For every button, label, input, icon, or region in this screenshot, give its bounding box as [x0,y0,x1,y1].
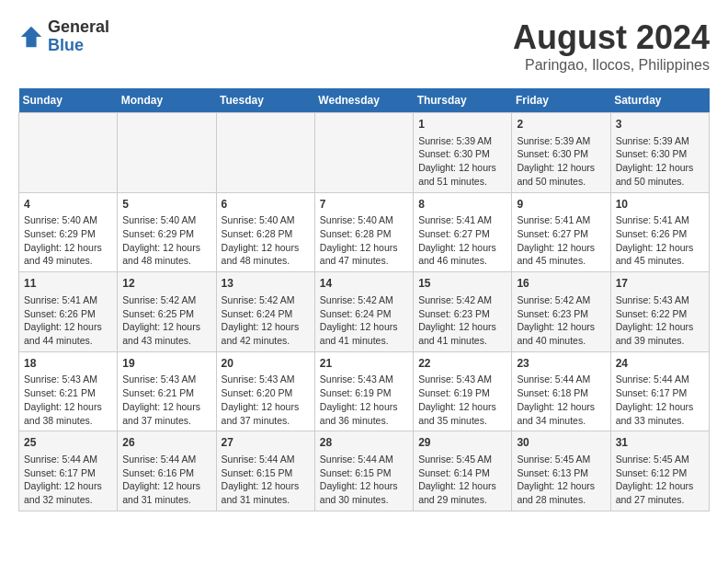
day-number: 11 [24,276,112,292]
calendar-cell: 28Sunrise: 5:44 AM Sunset: 6:15 PM Dayli… [314,431,413,511]
calendar-cell: 6Sunrise: 5:40 AM Sunset: 6:28 PM Daylig… [216,192,314,272]
calendar-week-row: 18Sunrise: 5:43 AM Sunset: 6:21 PM Dayli… [19,351,710,431]
logo-text: General Blue [48,18,109,55]
header-day: Thursday [414,88,512,113]
calendar-cell: 1Sunrise: 5:39 AM Sunset: 6:30 PM Daylig… [414,113,512,193]
calendar-cell: 27Sunrise: 5:44 AM Sunset: 6:15 PM Dayli… [216,431,314,511]
day-info: Sunrise: 5:39 AM Sunset: 6:30 PM Dayligh… [418,134,506,189]
day-info: Sunrise: 5:42 AM Sunset: 6:24 PM Dayligh… [320,293,408,348]
calendar-cell: 14Sunrise: 5:42 AM Sunset: 6:24 PM Dayli… [314,272,413,352]
calendar-cell [314,113,413,193]
calendar-cell: 12Sunrise: 5:42 AM Sunset: 6:25 PM Dayli… [118,272,216,352]
day-info: Sunrise: 5:40 AM Sunset: 6:28 PM Dayligh… [320,213,408,268]
day-number: 7 [320,197,408,213]
day-number: 13 [222,276,310,292]
day-info: Sunrise: 5:44 AM Sunset: 6:17 PM Dayligh… [24,453,112,507]
calendar-cell: 11Sunrise: 5:41 AM Sunset: 6:26 PM Dayli… [19,272,118,352]
header-day: Saturday [610,88,709,113]
day-info: Sunrise: 5:43 AM Sunset: 6:20 PM Dayligh… [222,373,310,427]
calendar-cell: 29Sunrise: 5:45 AM Sunset: 6:14 PM Dayli… [414,431,512,511]
logo-general: General [48,18,109,37]
day-number: 22 [418,356,506,372]
day-number: 10 [616,197,704,213]
title-block: August 2024 Paringao, Ilocos, Philippine… [513,18,710,74]
day-info: Sunrise: 5:42 AM Sunset: 6:25 PM Dayligh… [122,293,210,348]
day-info: Sunrise: 5:42 AM Sunset: 6:23 PM Dayligh… [517,293,605,348]
day-info: Sunrise: 5:41 AM Sunset: 6:27 PM Dayligh… [418,213,506,268]
calendar-cell: 4Sunrise: 5:40 AM Sunset: 6:29 PM Daylig… [19,192,118,272]
day-number: 12 [122,276,210,292]
day-info: Sunrise: 5:44 AM Sunset: 6:17 PM Dayligh… [616,373,704,427]
header-day: Monday [118,88,216,113]
day-info: Sunrise: 5:42 AM Sunset: 6:23 PM Dayligh… [418,293,506,348]
day-number: 26 [122,435,210,451]
calendar-week-row: 4Sunrise: 5:40 AM Sunset: 6:29 PM Daylig… [19,192,710,272]
day-number: 19 [122,356,210,372]
svg-marker-0 [21,27,41,47]
day-number: 1 [418,117,506,132]
calendar-cell: 3Sunrise: 5:39 AM Sunset: 6:30 PM Daylig… [610,113,709,193]
calendar-cell: 8Sunrise: 5:41 AM Sunset: 6:27 PM Daylig… [414,192,512,272]
day-info: Sunrise: 5:44 AM Sunset: 6:16 PM Dayligh… [122,453,210,507]
calendar-cell [19,113,118,193]
day-info: Sunrise: 5:44 AM Sunset: 6:15 PM Dayligh… [222,453,310,507]
day-info: Sunrise: 5:45 AM Sunset: 6:12 PM Dayligh… [616,453,704,507]
day-number: 23 [517,356,605,372]
day-number: 2 [517,117,605,132]
day-info: Sunrise: 5:41 AM Sunset: 6:27 PM Dayligh… [517,213,605,268]
calendar-cell: 9Sunrise: 5:41 AM Sunset: 6:27 PM Daylig… [512,192,610,272]
day-number: 4 [24,197,112,213]
day-number: 18 [24,356,112,372]
day-info: Sunrise: 5:41 AM Sunset: 6:26 PM Dayligh… [24,293,112,348]
page-header: General Blue August 2024 Paringao, Iloco… [18,18,710,74]
calendar-cell: 16Sunrise: 5:42 AM Sunset: 6:23 PM Dayli… [512,272,610,352]
calendar-cell: 5Sunrise: 5:40 AM Sunset: 6:29 PM Daylig… [118,192,216,272]
header-row: SundayMondayTuesdayWednesdayThursdayFrid… [19,88,710,113]
calendar-cell: 23Sunrise: 5:44 AM Sunset: 6:18 PM Dayli… [512,351,610,431]
calendar-cell: 24Sunrise: 5:44 AM Sunset: 6:17 PM Dayli… [610,351,709,431]
day-info: Sunrise: 5:44 AM Sunset: 6:18 PM Dayligh… [517,373,605,427]
calendar-table: SundayMondayTuesdayWednesdayThursdayFrid… [18,88,710,511]
calendar-cell: 2Sunrise: 5:39 AM Sunset: 6:30 PM Daylig… [512,113,610,193]
logo-icon [18,24,44,50]
day-info: Sunrise: 5:44 AM Sunset: 6:15 PM Dayligh… [320,453,408,507]
day-number: 20 [222,356,310,372]
day-number: 31 [616,435,704,451]
day-info: Sunrise: 5:40 AM Sunset: 6:29 PM Dayligh… [24,213,112,268]
calendar-cell: 20Sunrise: 5:43 AM Sunset: 6:20 PM Dayli… [216,351,314,431]
calendar-cell: 26Sunrise: 5:44 AM Sunset: 6:16 PM Dayli… [118,431,216,511]
logo-blue: Blue [48,37,109,55]
day-number: 9 [517,197,605,213]
calendar-cell: 31Sunrise: 5:45 AM Sunset: 6:12 PM Dayli… [610,431,709,511]
day-info: Sunrise: 5:43 AM Sunset: 6:21 PM Dayligh… [24,373,112,427]
day-number: 25 [24,435,112,451]
calendar-cell: 21Sunrise: 5:43 AM Sunset: 6:19 PM Dayli… [314,351,413,431]
day-number: 24 [616,356,704,372]
day-info: Sunrise: 5:45 AM Sunset: 6:13 PM Dayligh… [517,453,605,507]
calendar-cell: 13Sunrise: 5:42 AM Sunset: 6:24 PM Dayli… [216,272,314,352]
day-number: 16 [517,276,605,292]
day-number: 5 [122,197,210,213]
day-info: Sunrise: 5:39 AM Sunset: 6:30 PM Dayligh… [616,134,704,189]
day-info: Sunrise: 5:43 AM Sunset: 6:21 PM Dayligh… [122,373,210,427]
calendar-cell [118,113,216,193]
calendar-cell: 7Sunrise: 5:40 AM Sunset: 6:28 PM Daylig… [314,192,413,272]
page-title: August 2024 [513,18,710,57]
calendar-body: 1Sunrise: 5:39 AM Sunset: 6:30 PM Daylig… [19,113,710,511]
day-number: 30 [517,435,605,451]
calendar-cell: 22Sunrise: 5:43 AM Sunset: 6:19 PM Dayli… [414,351,512,431]
day-info: Sunrise: 5:40 AM Sunset: 6:29 PM Dayligh… [122,213,210,268]
day-number: 14 [320,276,408,292]
calendar-cell: 19Sunrise: 5:43 AM Sunset: 6:21 PM Dayli… [118,351,216,431]
day-info: Sunrise: 5:43 AM Sunset: 6:22 PM Dayligh… [616,293,704,348]
day-info: Sunrise: 5:39 AM Sunset: 6:30 PM Dayligh… [517,134,605,189]
day-number: 21 [320,356,408,372]
logo: General Blue [18,18,109,55]
day-number: 28 [320,435,408,451]
header-day: Sunday [19,88,118,113]
calendar-cell: 18Sunrise: 5:43 AM Sunset: 6:21 PM Dayli… [19,351,118,431]
day-number: 29 [418,435,506,451]
day-info: Sunrise: 5:45 AM Sunset: 6:14 PM Dayligh… [418,453,506,507]
day-number: 3 [616,117,704,132]
calendar-week-row: 11Sunrise: 5:41 AM Sunset: 6:26 PM Dayli… [19,272,710,352]
